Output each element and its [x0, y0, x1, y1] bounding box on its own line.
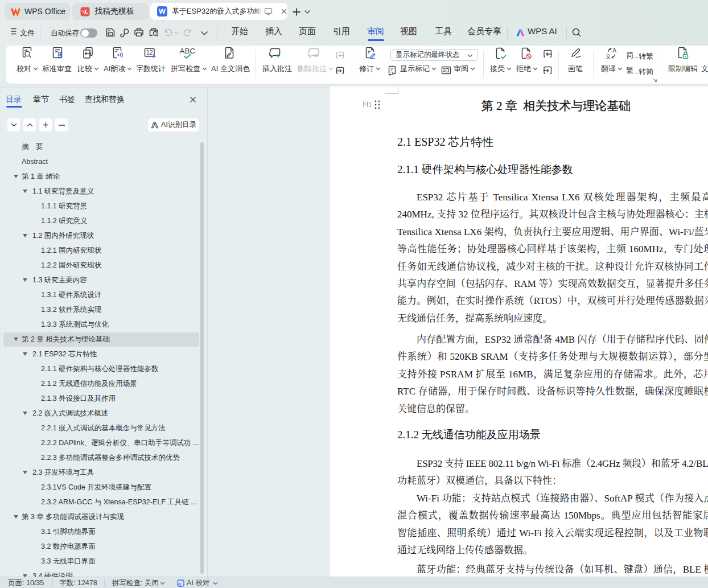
svg-text:文: 文 — [606, 53, 612, 60]
svg-text:12: 12 — [146, 49, 153, 56]
svg-text:ABC: ABC — [180, 47, 196, 55]
svg-text:A: A — [612, 47, 616, 54]
